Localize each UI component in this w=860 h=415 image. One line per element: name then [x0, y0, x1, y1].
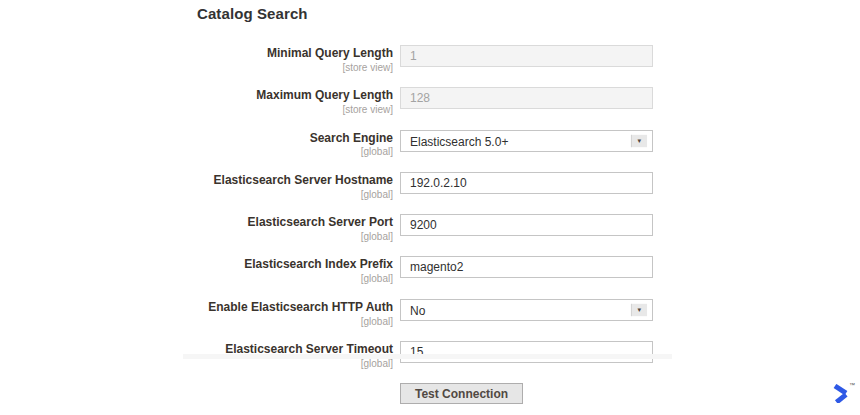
- form-field-row: Elasticsearch Server Port [global]: [0, 214, 860, 242]
- catalog-search-form: Minimal Query Length [store view] Maximu…: [0, 45, 860, 404]
- field-scope-label: [global]: [0, 231, 393, 243]
- trademark-symbol: ™: [849, 382, 855, 388]
- enable-elasticsearch-http-auth-select[interactable]: No▼: [400, 299, 653, 321]
- chevron-down-icon[interactable]: ▼: [631, 134, 647, 146]
- search-engine-select[interactable]: Elasticsearch 5.0+▼: [400, 130, 653, 152]
- field-control: [400, 87, 653, 109]
- enable-elasticsearch-http-auth-selected-value: No: [401, 300, 626, 320]
- button-row: Test Connection: [400, 383, 860, 404]
- field-control: [400, 341, 653, 363]
- chevron-down-icon[interactable]: ▼: [631, 304, 647, 316]
- form-field-row: Maximum Query Length [store view]: [0, 87, 860, 115]
- field-scope-label: [global]: [0, 358, 393, 370]
- field-label: Search Engine: [0, 132, 393, 146]
- field-scope-label: [store view]: [0, 104, 393, 116]
- field-control: Elasticsearch 5.0+▼: [400, 130, 653, 152]
- section-divider: [183, 354, 672, 359]
- form-field-row: Elasticsearch Index Prefix [global]: [0, 256, 860, 284]
- field-label: Elasticsearch Server Port: [0, 216, 393, 230]
- field-scope-label: [global]: [0, 189, 393, 201]
- catalog-search-settings-page: Catalog Search Minimal Query Length [sto…: [0, 0, 860, 415]
- field-control: [400, 45, 653, 67]
- toptal-logo-icon: [832, 384, 849, 403]
- field-label: Minimal Query Length: [0, 47, 393, 61]
- field-label: Enable Elasticsearch HTTP Auth: [0, 301, 393, 315]
- field-label: Elasticsearch Server Hostname: [0, 174, 393, 188]
- search-engine-selected-value: Elasticsearch 5.0+: [401, 131, 626, 151]
- field-control: [400, 172, 653, 194]
- form-field-row: Search Engine [global] Elasticsearch 5.0…: [0, 130, 860, 158]
- form-field-row: Elasticsearch Server Hostname [global]: [0, 172, 860, 200]
- field-label: Elasticsearch Index Prefix: [0, 258, 393, 272]
- field-scope-label: [global]: [0, 316, 393, 328]
- brand-logo: ™: [832, 384, 858, 408]
- field-control: No▼: [400, 299, 653, 321]
- elasticsearch-index-prefix-input[interactable]: [400, 256, 653, 278]
- field-control: [400, 256, 653, 278]
- elasticsearch-server-port-input[interactable]: [400, 214, 653, 236]
- minimal-query-length-input: [400, 45, 653, 67]
- field-scope-label: [store view]: [0, 62, 393, 74]
- form-field-row: Minimal Query Length [store view]: [0, 45, 860, 73]
- test-connection-button[interactable]: Test Connection: [400, 383, 523, 404]
- field-control: [400, 214, 653, 236]
- form-field-row: Enable Elasticsearch HTTP Auth [global] …: [0, 299, 860, 327]
- field-scope-label: [global]: [0, 146, 393, 158]
- elasticsearch-server-timeout-input[interactable]: [400, 341, 653, 363]
- field-scope-label: [global]: [0, 273, 393, 285]
- page-title: Catalog Search: [197, 5, 308, 22]
- elasticsearch-server-hostname-input[interactable]: [400, 172, 653, 194]
- maximum-query-length-input: [400, 87, 653, 109]
- field-label: Maximum Query Length: [0, 89, 393, 103]
